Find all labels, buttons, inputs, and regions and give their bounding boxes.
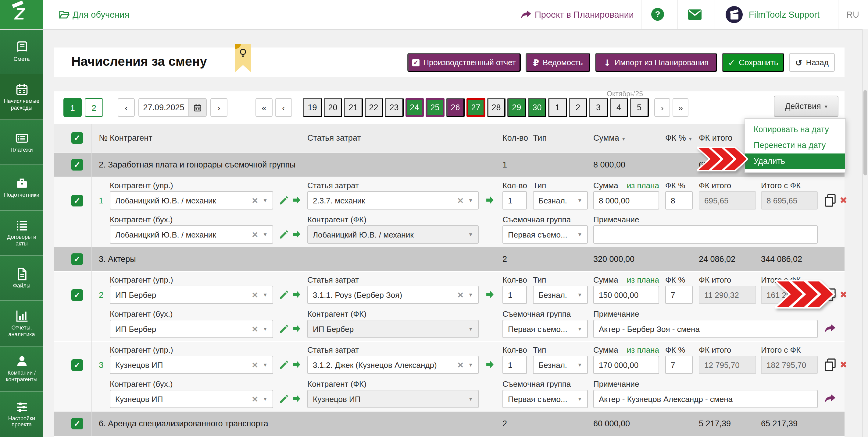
days-first-button[interactable]: « <box>255 98 273 117</box>
group-checkbox[interactable]: ✓ <box>71 159 83 171</box>
go-arrow-icon[interactable] <box>291 289 302 300</box>
note-input[interactable]: Актер - Бербер Зоя - смена <box>593 320 818 338</box>
crew-select[interactable]: Первая съемо...▼ <box>502 320 588 338</box>
note-input[interactable] <box>593 225 818 244</box>
qty-input[interactable]: 1 <box>502 285 527 304</box>
copy-icon[interactable] <box>824 194 836 207</box>
contractor-buh-select[interactable]: ИП Бербер✕▼ <box>110 320 273 338</box>
contractor-buh-select[interactable]: Лобаницкий Ю.В. / механик✕▼ <box>110 225 273 244</box>
fk-pct-input[interactable]: 7 <box>665 356 693 374</box>
sidebar-item-accrued-expenses[interactable]: Начисляемые расходы <box>0 75 43 120</box>
share-arrow-icon[interactable] <box>824 323 836 334</box>
from-plan-link[interactable]: из плана <box>627 275 659 284</box>
day-oct-3[interactable]: 3 <box>589 98 608 117</box>
clear-icon[interactable]: ✕ <box>251 230 258 239</box>
row-checkbox[interactable]: ✓ <box>71 289 83 301</box>
type-select[interactable]: Безнал.▼ <box>533 285 588 304</box>
edit-pencil-icon[interactable] <box>279 229 289 239</box>
go-arrow-icon[interactable] <box>485 289 495 300</box>
day-oct-2[interactable]: 2 <box>568 98 587 117</box>
day-19[interactable]: 19 <box>303 98 322 117</box>
clear-icon[interactable]: ✕ <box>457 196 464 205</box>
import-from-planning-button[interactable]: ↓ Импорт из Планирования <box>595 53 717 72</box>
clear-icon[interactable]: ✕ <box>251 290 258 299</box>
sidebar-item-accountables[interactable]: Подотчетники <box>0 165 43 210</box>
days-prev-button[interactable]: ‹ <box>275 98 292 117</box>
qty-input[interactable]: 1 <box>502 191 527 209</box>
col-fk-pct[interactable]: ФК %▾ <box>665 124 692 153</box>
contractor-buh-select[interactable]: Кузнецов ИП✕▼ <box>110 390 273 408</box>
sidebar-item-reports[interactable]: Отчеты, аналитика <box>0 301 43 346</box>
save-button[interactable]: ✓ Сохранить <box>722 53 784 72</box>
day-22[interactable]: 22 <box>364 98 383 117</box>
edit-pencil-icon[interactable] <box>279 195 289 205</box>
calendar-picker-button[interactable] <box>188 99 206 116</box>
go-arrow-icon[interactable] <box>291 195 302 205</box>
sidebar-item-companies[interactable]: Компании / контрагенты <box>0 346 43 392</box>
day-23[interactable]: 23 <box>385 98 403 117</box>
production-report-button[interactable]: ✓ Производственный отчет <box>407 53 521 72</box>
day-oct-4[interactable]: 4 <box>610 98 628 117</box>
cost-item-select[interactable]: 3.1.2. Джек (Кузнецов Александр)✕▼ <box>307 356 479 374</box>
avatar[interactable] <box>725 6 743 23</box>
delete-row-icon[interactable]: ✖ <box>840 359 847 370</box>
day-29[interactable]: 29 <box>507 98 526 117</box>
sidebar-item-project-settings[interactable]: Настройки проекта <box>0 392 43 437</box>
fk-pct-input[interactable]: 8 <box>665 191 693 209</box>
contractor-upr-select[interactable]: ИП Бербер✕▼ <box>110 285 273 304</box>
from-plan-link[interactable]: из плана <box>627 181 659 190</box>
clear-icon[interactable]: ✕ <box>251 360 258 369</box>
sidebar-item-payments[interactable]: Платежи <box>0 120 43 165</box>
menu-item-delete[interactable]: Удалить <box>745 154 845 169</box>
sidebar-item-files[interactable]: Файлы <box>0 256 43 301</box>
day-21[interactable]: 21 <box>344 98 363 117</box>
clear-icon[interactable]: ✕ <box>251 324 258 333</box>
support-user-link[interactable]: FilmToolz Support <box>749 0 819 29</box>
clear-icon[interactable]: ✕ <box>457 360 464 369</box>
day-26[interactable]: 26 <box>446 98 465 117</box>
clear-icon[interactable]: ✕ <box>457 290 464 299</box>
go-arrow-icon[interactable] <box>291 229 302 239</box>
date-input[interactable]: 27.09.2025 <box>138 98 207 117</box>
language-switcher[interactable]: RU <box>846 0 859 29</box>
sum-input[interactable]: 8 000,00 <box>593 191 659 209</box>
sum-input[interactable]: 170 000,00 <box>593 356 659 374</box>
share-arrow-icon[interactable] <box>824 393 836 404</box>
crew-select[interactable]: Первая съемо...▼ <box>502 225 588 244</box>
type-select[interactable]: Безнал.▼ <box>533 356 588 374</box>
group-checkbox[interactable]: ✓ <box>71 254 83 265</box>
day-24[interactable]: 24 <box>405 98 424 117</box>
sidebar-item-contracts[interactable]: Договоры и акты <box>0 210 43 256</box>
help-icon[interactable]: ? <box>651 8 664 21</box>
vedomost-button[interactable]: ₽ Ведомость <box>526 53 590 72</box>
sum-input[interactable]: 150 000,00 <box>593 285 659 304</box>
day-30[interactable]: 30 <box>528 98 546 117</box>
days-next-button[interactable]: › <box>654 98 670 117</box>
menu-item-move-to-date[interactable]: Перенести на дату <box>745 138 845 154</box>
scrollbar-thumb[interactable] <box>863 90 867 175</box>
go-arrow-icon[interactable] <box>291 324 302 334</box>
fk-pct-input[interactable]: 7 <box>665 285 693 304</box>
col-sum[interactable]: Сумма▾ <box>593 124 625 153</box>
clear-icon[interactable]: ✕ <box>251 196 258 205</box>
day-oct-5[interactable]: 5 <box>630 98 649 117</box>
clear-icon[interactable]: ✕ <box>251 394 258 404</box>
go-arrow-icon[interactable] <box>485 359 495 370</box>
from-plan-link[interactable]: из плана <box>627 345 659 355</box>
go-arrow-icon[interactable] <box>291 359 302 370</box>
back-button[interactable]: ↺ Назад <box>789 53 835 72</box>
edit-pencil-icon[interactable] <box>279 289 289 300</box>
actions-dropdown-button[interactable]: Действия ▾ <box>774 96 838 117</box>
go-arrow-icon[interactable] <box>291 394 302 404</box>
select-all-checkbox[interactable]: ✓ <box>71 132 83 144</box>
edit-pencil-icon[interactable] <box>279 324 289 334</box>
qty-input[interactable]: 1 <box>502 356 527 374</box>
cost-item-select[interactable]: 3.1.1. Роуз (Бербер Зоя)✕▼ <box>307 285 479 304</box>
delete-row-icon[interactable]: ✖ <box>840 195 847 206</box>
days-last-button[interactable]: » <box>673 98 688 117</box>
day-20[interactable]: 20 <box>323 98 342 117</box>
delete-row-icon[interactable]: ✖ <box>840 289 847 300</box>
day-27-selected[interactable]: 27 <box>466 98 485 117</box>
sidebar-item-smeta[interactable]: Смета <box>0 29 43 75</box>
project-name-link[interactable]: Для обучения <box>72 0 129 29</box>
